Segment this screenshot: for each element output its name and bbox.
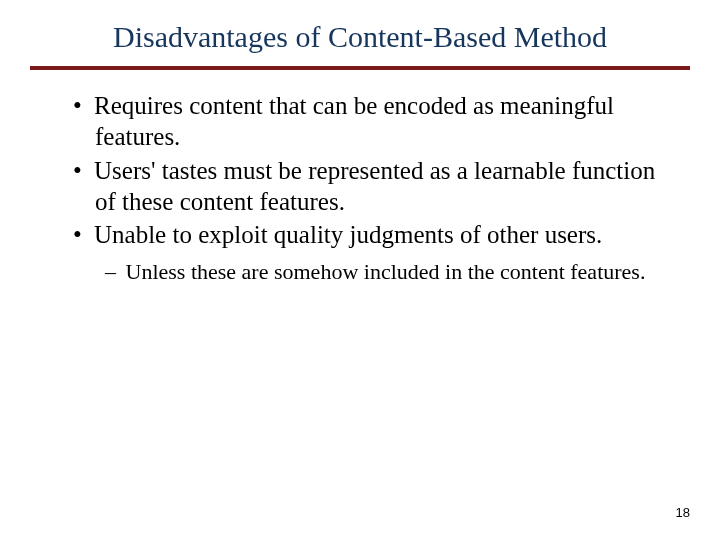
bullet-item: Users' tastes must be represented as a l… <box>50 155 670 218</box>
bullet-item: Unable to exploit quality judgments of o… <box>50 219 670 250</box>
slide-container: Disadvantages of Content-Based Method Re… <box>0 0 720 540</box>
bullet-list: Requires content that can be encoded as … <box>50 90 670 250</box>
slide-title: Disadvantages of Content-Based Method <box>30 20 690 66</box>
bullet-item: Requires content that can be encoded as … <box>50 90 670 153</box>
title-underline <box>30 66 690 70</box>
slide-content: Requires content that can be encoded as … <box>0 90 720 286</box>
page-number: 18 <box>676 505 690 520</box>
sub-bullet-list: Unless these are somehow included in the… <box>50 258 670 286</box>
sub-bullet-item: Unless these are somehow included in the… <box>50 258 670 286</box>
